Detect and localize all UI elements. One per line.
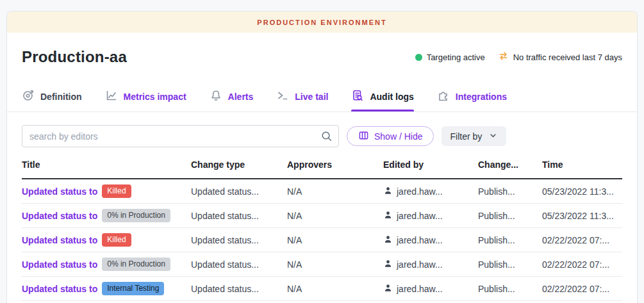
row-change: Publish... <box>478 186 542 197</box>
person-icon <box>383 283 393 295</box>
status-badge: Internal Testing <box>102 282 164 295</box>
environment-banner: PRODUCTION ENVIRONMENT <box>7 12 637 33</box>
tab-integrations[interactable]: Integrations <box>437 81 507 111</box>
table-row[interactable]: Updated status to Internal Testing Updat… <box>22 277 622 301</box>
row-title-link[interactable]: Updated status to <box>22 186 97 197</box>
row-time: 02/22/2022 07:... <box>542 284 623 294</box>
row-title-cell: Updated status to Killed <box>22 233 191 247</box>
row-title-cell: Updated status to Killed <box>22 184 191 198</box>
row-approvers: N/A <box>287 186 383 197</box>
environment-banner-label: PRODUCTION ENVIRONMENT <box>257 19 386 26</box>
row-approvers: N/A <box>287 235 383 245</box>
row-title-cell: Updated status to 0% in Production <box>22 209 191 222</box>
row-approvers: N/A <box>287 259 383 270</box>
terminal-icon <box>276 89 289 104</box>
show-hide-button[interactable]: Show / Hide <box>347 126 434 146</box>
tab-live-tail-label: Live tail <box>295 92 328 102</box>
row-approvers: N/A <box>287 284 383 294</box>
table-row[interactable]: Updated status to 0% in Production Updat… <box>22 204 622 228</box>
row-change-type: Updated status... <box>191 284 287 294</box>
tab-metrics-impact-label: Metrics impact <box>124 92 186 102</box>
tab-integrations-label: Integrations <box>456 92 507 102</box>
tab-definition[interactable]: Definition <box>22 81 82 111</box>
filter-by-label: Filter by <box>450 131 482 142</box>
row-edited-by: jared.haw... <box>383 283 478 295</box>
row-title-link[interactable]: Updated status to <box>22 211 97 221</box>
traffic-status: No traffic received last 7 days <box>498 51 622 63</box>
table-row[interactable]: Updated status to Killed Updated status.… <box>22 179 622 204</box>
columns-icon <box>358 130 369 143</box>
toolbar: Show / Hide Filter by <box>7 112 637 147</box>
row-edited-by-label: jared.haw... <box>397 259 443 270</box>
tab-bar: Definition Metrics impact Alerts <box>7 81 637 112</box>
page-header: Production-aa Targeting active No traffi… <box>7 33 637 81</box>
row-time: 05/23/2022 11:3... <box>542 211 623 221</box>
search-wrap <box>22 125 339 147</box>
tab-alerts[interactable]: Alerts <box>210 81 254 111</box>
row-title-cell: Updated status to Internal Testing <box>22 282 191 295</box>
environment-card: PRODUCTION ENVIRONMENT Production-aa Tar… <box>6 11 638 303</box>
row-change: Publish... <box>478 211 542 221</box>
column-header-time: Time <box>542 160 623 170</box>
tab-live-tail[interactable]: Live tail <box>276 81 328 111</box>
row-title-cell: Updated status to 0% in Production <box>22 258 191 271</box>
row-edited-by-label: jared.haw... <box>397 235 443 245</box>
traffic-status-label: No traffic received last 7 days <box>513 53 622 62</box>
row-edited-by: jared.haw... <box>383 186 478 197</box>
person-icon <box>383 234 393 246</box>
tab-alerts-label: Alerts <box>228 92 254 102</box>
row-edited-by: jared.haw... <box>383 259 478 270</box>
show-hide-label: Show / Hide <box>374 131 422 142</box>
row-edited-by: jared.haw... <box>383 210 478 222</box>
person-icon <box>383 210 393 222</box>
puzzle-icon <box>437 89 450 104</box>
audit-log-table: Title Change type Approvers Edited by Ch… <box>22 156 622 301</box>
swap-arrows-icon <box>498 51 509 63</box>
status-badge: 0% in Production <box>102 209 170 222</box>
audit-log-icon <box>351 89 364 104</box>
row-change: Publish... <box>478 284 542 294</box>
table-row[interactable]: Updated status to Killed Updated status.… <box>22 228 622 252</box>
filter-by-button[interactable]: Filter by <box>442 126 506 146</box>
row-change-type: Updated status... <box>191 186 287 197</box>
row-time: 02/22/2022 07:... <box>542 259 623 270</box>
table-row[interactable]: Updated status to 0% in Production Updat… <box>22 252 622 277</box>
person-icon <box>383 259 393 270</box>
row-change: Publish... <box>478 259 542 270</box>
column-header-change-type: Change type <box>191 160 287 170</box>
target-icon <box>22 89 35 104</box>
status-group: Targeting active No traffic received las… <box>415 51 622 63</box>
column-header-change: Change... <box>478 160 542 170</box>
chevron-down-icon <box>488 131 498 142</box>
tab-audit-logs-label: Audit logs <box>370 92 413 102</box>
search-input[interactable] <box>22 125 339 147</box>
row-title-link[interactable]: Updated status to <box>22 284 97 294</box>
tab-audit-logs[interactable]: Audit logs <box>351 81 413 111</box>
column-header-edited-by: Edited by <box>383 160 478 170</box>
line-chart-icon <box>105 89 118 104</box>
row-title-link[interactable]: Updated status to <box>22 235 97 245</box>
column-header-title: Title <box>22 160 191 170</box>
row-time: 05/23/2022 11:3... <box>542 186 623 197</box>
row-edited-by-label: jared.haw... <box>397 186 443 197</box>
row-edited-by-label: jared.haw... <box>397 211 443 221</box>
row-change-type: Updated status... <box>191 259 287 270</box>
table-body: Updated status to Killed Updated status.… <box>22 179 622 301</box>
search-icon <box>320 130 333 145</box>
tab-metrics-impact[interactable]: Metrics impact <box>105 81 186 111</box>
targeting-status: Targeting active <box>415 53 485 62</box>
status-badge: 0% in Production <box>102 258 170 271</box>
tab-definition-label: Definition <box>40 92 82 102</box>
status-badge: Killed <box>102 184 131 198</box>
row-time: 02/22/2022 07:... <box>542 235 623 245</box>
targeting-status-label: Targeting active <box>427 53 485 62</box>
row-title-link[interactable]: Updated status to <box>22 259 97 270</box>
row-approvers: N/A <box>287 211 383 221</box>
bell-icon <box>210 89 222 104</box>
table-header-row: Title Change type Approvers Edited by Ch… <box>22 156 622 179</box>
person-icon <box>383 186 393 197</box>
column-header-approvers: Approvers <box>287 160 383 170</box>
row-change-type: Updated status... <box>191 211 287 221</box>
page-title: Production-aa <box>22 48 127 66</box>
green-dot-icon <box>415 54 422 61</box>
